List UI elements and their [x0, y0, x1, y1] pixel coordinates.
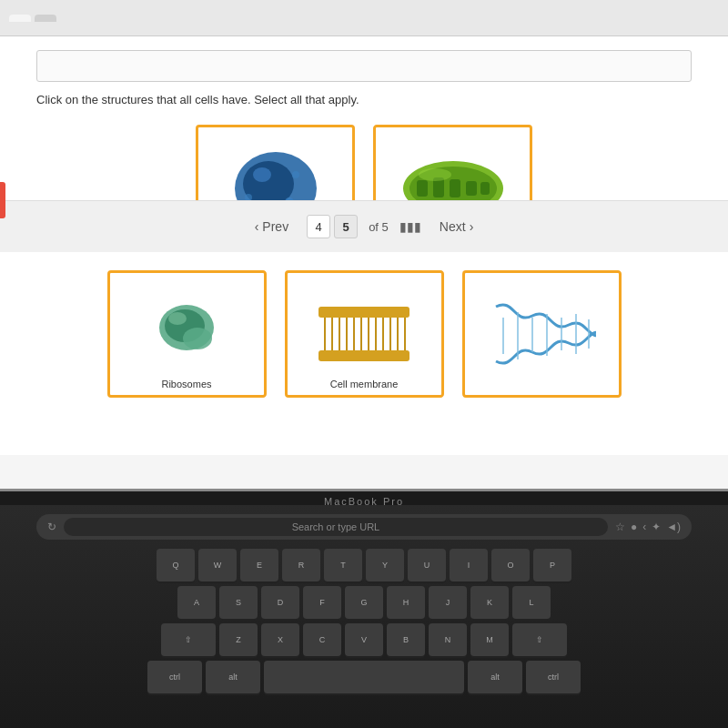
svg-rect-8	[417, 180, 428, 197]
volume-icon[interactable]: ◄)	[666, 521, 681, 533]
ribosomes-label: Ribosomes	[161, 379, 211, 389]
key-z[interactable]: Z	[219, 623, 258, 656]
svg-point-16	[183, 328, 212, 349]
chevron-left-browser-icon[interactable]: ‹	[642, 521, 646, 533]
settings-icon[interactable]: ✦	[652, 521, 661, 533]
svg-point-2	[253, 167, 271, 182]
svg-rect-10	[450, 179, 460, 197]
page-4[interactable]: 4	[307, 215, 330, 238]
key-h[interactable]: H	[387, 586, 425, 619]
key-u[interactable]: U	[408, 549, 446, 581]
chevron-right-icon: ›	[470, 219, 474, 234]
grid-icon[interactable]: ▮▮▮	[399, 219, 421, 234]
svg-rect-12	[480, 182, 490, 195]
key-b[interactable]: B	[387, 623, 425, 656]
next-button[interactable]: Next ›	[432, 216, 480, 238]
key-t[interactable]: T	[324, 549, 362, 581]
keyboard-row-1: Q W E R T Y U I O P	[157, 549, 571, 581]
svg-rect-18	[318, 307, 410, 318]
key-o[interactable]: O	[491, 549, 530, 581]
key-shift-left[interactable]: ⇧	[161, 623, 216, 656]
keyboard-row-4: ctrl alt alt ctrl	[147, 661, 581, 693]
keyboard-area: ↻ Search or type URL ☆ ● ‹ ✦ ◄) Q W E R …	[0, 505, 728, 728]
navigation-footer: ‹ Prev 4 5 of 5 ▮▮▮ Next ›	[0, 200, 728, 252]
key-n[interactable]: N	[429, 623, 467, 656]
tab-strip	[9, 15, 56, 22]
key-i[interactable]: I	[450, 549, 488, 581]
browser-right-icons: ☆ ● ‹ ✦ ◄)	[615, 521, 681, 533]
key-y[interactable]: Y	[366, 549, 404, 581]
cell-card-dna[interactable]	[462, 270, 622, 398]
key-l[interactable]: L	[512, 586, 551, 619]
cell-card-membrane[interactable]: Cell membrane	[285, 270, 444, 398]
prev-label: Prev	[262, 219, 288, 234]
bottom-row-structures: Ribosomes	[82, 270, 646, 398]
top-bar	[0, 0, 728, 36]
refresh-icon[interactable]: ↻	[47, 521, 56, 533]
key-r[interactable]: R	[282, 549, 320, 581]
key-alt-right[interactable]: alt	[468, 661, 522, 693]
keyboard-row-3: ⇧ Z X C V B N M ⇧	[161, 623, 567, 656]
of-text: of 5	[369, 220, 389, 234]
browser-url-bar[interactable]: Search or type URL	[64, 518, 608, 536]
svg-point-4	[292, 171, 299, 178]
screen: Click on the structures that all cells h…	[0, 0, 728, 491]
membrane-icon	[314, 298, 414, 370]
key-x[interactable]: X	[261, 623, 299, 656]
next-label: Next	[440, 219, 466, 234]
chevron-left-icon: ‹	[255, 219, 259, 234]
key-w[interactable]: W	[198, 549, 237, 581]
membrane-label: Cell membrane	[330, 379, 399, 389]
key-g[interactable]: G	[345, 586, 383, 619]
prev-button[interactable]: ‹ Prev	[248, 216, 296, 238]
star-icon[interactable]: ☆	[615, 521, 625, 533]
total-pages: 5	[382, 220, 389, 234]
url-placeholder: Search or type URL	[292, 521, 380, 532]
key-space[interactable]	[264, 661, 464, 693]
key-s[interactable]: S	[219, 586, 258, 619]
key-j[interactable]: J	[429, 586, 467, 619]
svg-rect-11	[466, 181, 477, 196]
key-ctrl-right[interactable]: ctrl	[526, 661, 581, 693]
tab-1[interactable]	[9, 15, 31, 22]
key-shift-right[interactable]: ⇧	[512, 623, 567, 656]
circle-icon[interactable]: ●	[631, 521, 637, 533]
browser-nav-icons: ↻	[47, 521, 56, 533]
cell-card-ribosomes[interactable]: Ribosomes	[107, 270, 267, 398]
key-k[interactable]: K	[470, 586, 509, 619]
key-m[interactable]: M	[470, 623, 509, 656]
key-ctrl[interactable]: ctrl	[147, 661, 202, 693]
key-alt[interactable]: alt	[206, 661, 260, 693]
instruction-text: Click on the structures that all cells h…	[36, 93, 692, 106]
page-5[interactable]: 5	[334, 215, 358, 238]
key-v[interactable]: V	[345, 623, 383, 656]
key-a[interactable]: A	[177, 586, 216, 619]
key-c[interactable]: C	[303, 623, 341, 656]
key-q[interactable]: Q	[157, 549, 195, 581]
key-f[interactable]: F	[303, 586, 341, 619]
key-d[interactable]: D	[261, 586, 299, 619]
svg-point-17	[168, 312, 187, 325]
side-indicator	[0, 182, 5, 218]
dna-icon	[487, 298, 596, 370]
svg-rect-43	[318, 350, 410, 361]
key-p[interactable]: P	[533, 549, 571, 581]
svg-point-13	[419, 168, 451, 181]
ribosomes-icon	[150, 300, 223, 369]
tab-2[interactable]	[35, 15, 56, 22]
answer-box	[36, 50, 692, 82]
browser-bar: ↻ Search or type URL ☆ ● ‹ ✦ ◄)	[36, 514, 692, 540]
key-e[interactable]: E	[240, 549, 278, 581]
of-label: of	[369, 220, 379, 234]
keyboard-row-2: A S D F G H J K L	[177, 586, 551, 619]
page-numbers: 4 5	[307, 215, 358, 238]
